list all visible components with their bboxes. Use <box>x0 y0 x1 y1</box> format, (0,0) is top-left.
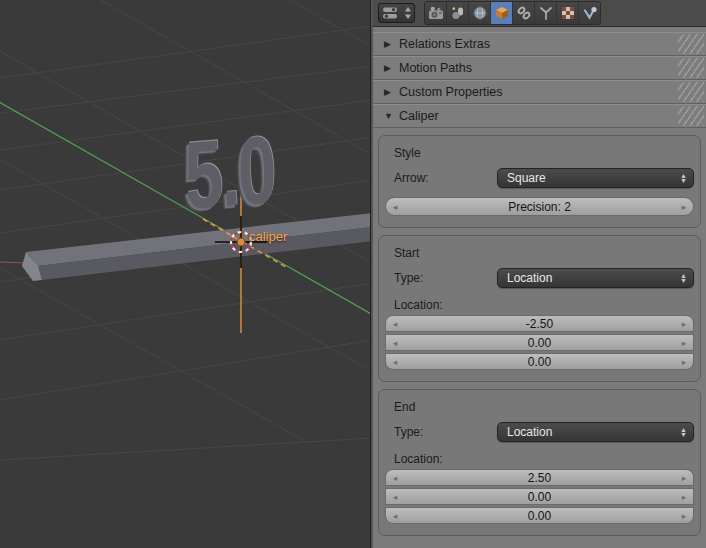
panel-grip-icon[interactable] <box>678 34 704 54</box>
arrow-style-dropdown[interactable]: Square ▲▼ <box>497 168 694 188</box>
arrow-style-value: Square <box>507 171 680 185</box>
panel-title: Motion Paths <box>399 61 472 75</box>
start-location-fields: ◂ -2.50 ▸ ◂ 0.00 ▸ ◂ 0.00 ▸ <box>385 315 694 370</box>
properties-editor: ▶ Relations Extras ▶ Motion Paths ▶ Cust… <box>373 0 706 548</box>
panel-grip-icon[interactable] <box>678 106 704 126</box>
precision-slider[interactable]: ◂ Precision: 2 ▸ <box>385 197 694 216</box>
start-location-y-field[interactable]: ◂ 0.00 ▸ <box>385 334 694 351</box>
tab-render[interactable] <box>425 2 447 24</box>
editor-type-button[interactable] <box>378 3 415 23</box>
end-location-z-field[interactable]: ◂ 0.00 ▸ <box>385 507 694 524</box>
start-section-label: Start <box>394 246 694 260</box>
decrement-arrow-icon[interactable]: ◂ <box>386 319 404 329</box>
properties-header <box>373 0 706 27</box>
collapse-arrow-icon[interactable]: ▶ <box>384 87 396 97</box>
start-location-z-field[interactable]: ◂ 0.00 ▸ <box>385 353 694 370</box>
panel-title: Custom Properties <box>399 85 503 99</box>
end-type-label: Type: <box>385 425 497 439</box>
panel-grip-icon[interactable] <box>678 82 704 102</box>
blender-window: 5.0 caliper <box>0 0 706 548</box>
decrement-arrow-icon[interactable]: ◂ <box>386 357 404 367</box>
panel-grip-icon[interactable] <box>678 58 704 78</box>
expand-arrow-icon[interactable]: ▼ <box>384 111 396 121</box>
style-section-label: Style <box>394 146 694 160</box>
panel-header-relations-extras[interactable]: ▶ Relations Extras <box>373 32 706 56</box>
increment-arrow-icon[interactable]: ▸ <box>675 338 693 348</box>
panel-header-caliper[interactable]: ▼ Caliper <box>373 104 706 128</box>
start-type-dropdown[interactable]: Location ▲▼ <box>497 268 694 288</box>
end-type-dropdown[interactable]: Location ▲▼ <box>497 422 694 442</box>
object-name-label: caliper <box>249 229 287 244</box>
caliper-end-box: End Type: Location ▲▼ Location: ◂ 2.50 ▸ <box>378 389 701 536</box>
end-section-label: End <box>394 400 694 414</box>
decrement-arrow-icon[interactable]: ◂ <box>386 511 404 521</box>
dropdown-arrows-icon: ▲▼ <box>680 427 687 437</box>
caliper-style-box: Style Arrow: Square ▲▼ ◂ Precision: 2 ▸ <box>378 135 701 228</box>
world-icon <box>472 5 488 21</box>
tab-scene[interactable] <box>447 2 469 24</box>
tab-data[interactable] <box>535 2 557 24</box>
panel-title: Relations Extras <box>399 37 490 51</box>
object-origin-dot <box>237 238 245 246</box>
viewport-overlay <box>0 0 373 548</box>
dropdown-arrows-icon: ▲▼ <box>680 173 687 183</box>
tab-texture[interactable] <box>557 2 579 24</box>
increment-arrow-icon[interactable]: ▸ <box>675 319 693 329</box>
start-type-label: Type: <box>385 271 497 285</box>
properties-editor-icon <box>382 5 402 21</box>
tab-physics[interactable] <box>579 2 600 24</box>
tab-world[interactable] <box>469 2 491 24</box>
increment-arrow-icon[interactable]: ▸ <box>675 492 693 502</box>
tab-constraints[interactable] <box>513 2 535 24</box>
slider-right-arrow-icon[interactable]: ▸ <box>675 202 693 212</box>
decrement-arrow-icon[interactable]: ◂ <box>386 492 404 502</box>
dropdown-arrows-icon: ▲▼ <box>680 273 687 283</box>
panel-header-motion-paths[interactable]: ▶ Motion Paths <box>373 56 706 80</box>
increment-arrow-icon[interactable]: ▸ <box>675 511 693 521</box>
start-location-label: Location: <box>394 298 694 312</box>
cube-icon <box>494 5 510 21</box>
scene-icon <box>450 5 466 21</box>
decrement-arrow-icon[interactable]: ◂ <box>386 473 404 483</box>
properties-tab-strip <box>424 1 601 25</box>
decrement-arrow-icon[interactable]: ◂ <box>386 338 404 348</box>
editor-type-arrows-icon <box>404 5 412 21</box>
start-location-x-field[interactable]: ◂ -2.50 ▸ <box>385 315 694 332</box>
panel-header-custom-properties[interactable]: ▶ Custom Properties <box>373 80 706 104</box>
3d-viewport[interactable]: 5.0 caliper <box>0 0 373 548</box>
end-location-fields: ◂ 2.50 ▸ ◂ 0.00 ▸ ◂ 0.00 ▸ <box>385 469 694 524</box>
end-location-x-field[interactable]: ◂ 2.50 ▸ <box>385 469 694 486</box>
increment-arrow-icon[interactable]: ▸ <box>675 473 693 483</box>
slider-left-arrow-icon[interactable]: ◂ <box>386 202 404 212</box>
end-location-y-field[interactable]: ◂ 0.00 ▸ <box>385 488 694 505</box>
increment-arrow-icon[interactable]: ▸ <box>675 357 693 367</box>
chain-icon <box>516 5 532 21</box>
arrow-field-label: Arrow: <box>385 171 497 185</box>
start-type-value: Location <box>507 271 680 285</box>
physics-icon <box>582 5 598 21</box>
properties-panels: ▶ Relations Extras ▶ Motion Paths ▶ Cust… <box>373 27 706 548</box>
end-type-value: Location <box>507 425 680 439</box>
end-location-label: Location: <box>394 452 694 466</box>
caliper-start-box: Start Type: Location ▲▼ Location: ◂ -2.5… <box>378 235 701 382</box>
axes-icon <box>538 5 554 21</box>
tab-object[interactable] <box>491 2 513 24</box>
checker-icon <box>560 5 576 21</box>
collapse-arrow-icon[interactable]: ▶ <box>384 39 396 49</box>
panel-title: Caliper <box>399 109 439 123</box>
camera-icon <box>428 5 444 21</box>
precision-value: Precision: 2 <box>404 200 675 214</box>
collapse-arrow-icon[interactable]: ▶ <box>384 63 396 73</box>
